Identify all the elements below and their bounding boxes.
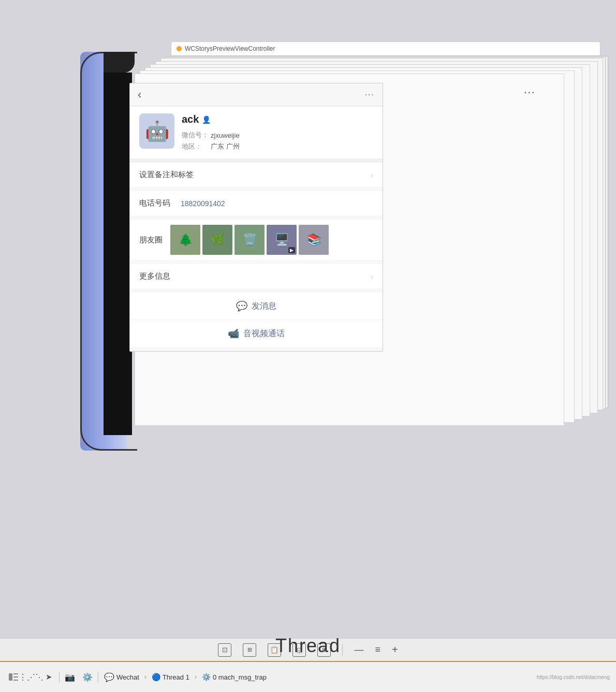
send-message-icon: 💬 [236,300,247,312]
bottom-statusbar: ⋮⋰⋱ ➤ 📷 ⚙️ 💬 Wechat › 🔵 Thread 1 › ⚙️ 0 … [0,661,616,692]
menu-value-phone: 18820091402 [181,199,225,208]
breadcrumb-mach[interactable]: ⚙️ 0 mach_msg_trap [199,672,269,682]
menu-section-1: 设置备注和标签 › [130,163,383,187]
cursor-icon[interactable]: ➤ [41,670,56,684]
title-bar: WCStorysPreviewViewController [171,41,600,56]
menu-label-notes: 设置备注和标签 [139,170,371,180]
moment-img-5[interactable]: 📚 [299,225,329,255]
moments-images: 🌲 🌿 🗑️ 🖥️ ▶ 📚 [170,225,373,255]
wechat-id-value: zjxuweijie [211,132,240,139]
menu-row-more-info[interactable]: 更多信息 › [130,264,383,289]
graph-icon[interactable]: ⋮⋰⋱ [24,670,38,684]
mach-icon: ⚙️ [202,673,211,681]
menu-row-phone[interactable]: 电话号码 18820091402 [130,191,383,215]
header-row: ‹ ··· [130,83,383,106]
more-button[interactable]: ··· [365,90,375,99]
video-badge: ▶ [288,247,295,253]
svg-rect-0 [9,673,12,681]
menu-label-more-info: 更多信息 [139,271,371,281]
action-section: 💬 发消息 📹 音视频通话 [130,293,383,347]
region-label: 地区： [182,142,211,151]
title-text: WCStorysPreviewViewController [185,45,275,52]
breadcrumb-wechat-label: Wechat [116,673,139,681]
thread-label-area: Thread [0,635,616,657]
menu-arrow-notes: › [371,171,373,179]
status-divider-2 [98,671,98,683]
menu-section-2: 电话号码 18820091402 [130,191,383,215]
breadcrumb-chevron-1: › [144,673,146,681]
title-dot [177,46,182,51]
profile-name: ack 👤 [182,113,373,125]
moment-img-2[interactable]: 🌿 [202,225,232,255]
breadcrumb-mach-label: 0 mach_msg_trap [213,673,267,681]
more-dots-btn[interactable]: ··· [524,88,536,97]
profile-info: ack 👤 微信号： zjxuweijie 地区： 广东 广州 [182,113,373,151]
camera-icon[interactable]: 📷 [63,670,77,684]
send-message-label: 发消息 [252,301,276,312]
main-content-panel: ‹ ··· 🤖 ack 👤 微信号： zjxuweijie 地区： 广东 广州 [129,83,383,352]
profile-section: 🤖 ack 👤 微信号： zjxuweijie 地区： 广东 广州 [130,106,383,163]
moments-label: 朋友圈 [139,235,170,245]
status-url: https://blog.csdn.net/dolacmeng [537,674,610,680]
breadcrumb-wechat[interactable]: 💬 Wechat [101,671,142,683]
breadcrumb: 💬 Wechat › 🔵 Thread 1 › ⚙️ 0 mach_msg_tr… [101,671,534,683]
thread-icon: 🔵 [152,673,160,681]
svg-rect-3 [13,680,18,681]
verified-icon: 👤 [202,116,211,124]
moment-img-1[interactable]: 🌲 [170,225,200,255]
breadcrumb-thread[interactable]: 🔵 Thread 1 [149,672,192,682]
breadcrumb-thread-label: Thread 1 [163,673,189,681]
settings-icon[interactable]: ⚙️ [80,670,95,684]
thread-label: Thread [275,635,341,657]
status-divider-1 [59,671,60,683]
video-call-label: 音视频通话 [243,328,285,339]
moment-img-4[interactable]: 🖥️ ▶ [267,225,297,255]
back-button[interactable]: ‹ [138,89,141,100]
avatar: 🤖 [139,113,174,149]
moments-section: 朋友圈 🌲 🌿 🗑️ 🖥️ ▶ 📚 [130,220,383,260]
menu-section-3: 更多信息 › [130,264,383,289]
menu-label-phone: 电话号码 [139,198,181,208]
phone-notch [104,52,135,73]
svg-rect-2 [13,676,18,677]
menu-row-notes[interactable]: 设置备注和标签 › [130,163,383,187]
video-call-btn[interactable]: 📹 音视频通话 [130,320,383,347]
wechat-icon: 💬 [104,672,114,682]
region-row: 地区： 广东 广州 [182,142,373,151]
moment-img-3[interactable]: 🗑️ [234,225,265,255]
video-call-icon: 📹 [228,328,239,339]
send-message-btn[interactable]: 💬 发消息 [130,293,383,320]
region-value: 广东 广州 [211,142,240,151]
phone-outline [80,52,137,451]
breadcrumb-chevron-2: › [195,673,197,681]
wechat-id-label: 微信号： [182,131,211,140]
svg-rect-1 [13,673,18,674]
menu-arrow-more-info: › [371,272,373,281]
wechat-id-row: 微信号： zjxuweijie [182,131,373,140]
